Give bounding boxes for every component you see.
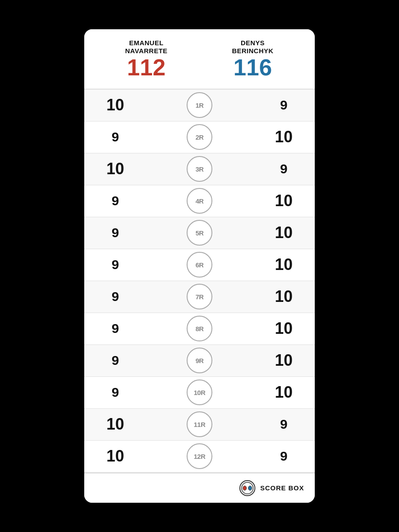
scorebox-brand-label: SCORE BOX: [260, 484, 304, 492]
fighter1-name: EMANUEL NAVARRETE: [93, 39, 200, 55]
left-score: 9: [102, 257, 129, 272]
round-row: 96R10: [84, 249, 315, 281]
right-score: 10: [270, 192, 297, 210]
round-badge: 8R: [187, 316, 212, 341]
left-score: 10: [102, 415, 129, 434]
left-score: 9: [102, 353, 129, 368]
round-row: 103R9: [84, 153, 315, 185]
round-row: 92R10: [84, 121, 315, 153]
round-row: 910R10: [84, 377, 315, 409]
round-row: 94R10: [84, 185, 315, 217]
round-row: 1011R9: [84, 409, 315, 441]
svg-point-3: [248, 486, 252, 490]
footer: SCORE BOX: [84, 473, 315, 503]
left-score: 9: [102, 129, 129, 145]
round-row: 98R10: [84, 313, 315, 345]
round-row: 101R9: [84, 90, 315, 121]
right-score: 9: [270, 161, 297, 176]
fighter1-total-score: 112: [93, 55, 200, 80]
round-badge: 5R: [187, 220, 212, 246]
round-row: 97R10: [84, 281, 315, 313]
right-score: 10: [270, 255, 297, 274]
round-badge: 4R: [187, 188, 212, 214]
right-score: 9: [270, 417, 297, 432]
round-badge: 12R: [187, 443, 212, 469]
round-row: 95R10: [84, 217, 315, 249]
round-badge: 2R: [187, 124, 212, 150]
scorecard: EMANUEL NAVARRETE 112 DENYS BERINCHYK 11…: [84, 29, 315, 502]
round-badge: 9R: [187, 348, 212, 373]
left-score: 9: [102, 385, 129, 400]
round-badge: 10R: [187, 379, 212, 405]
left-score: 9: [102, 225, 129, 240]
svg-point-2: [243, 486, 246, 490]
fighter1: EMANUEL NAVARRETE 112: [93, 39, 200, 80]
rounds-table: 101R992R10103R994R1095R1096R1097R1098R10…: [84, 90, 315, 473]
left-score: 9: [102, 289, 129, 304]
left-score: 10: [102, 447, 129, 466]
fighter2-name: DENYS BERINCHYK: [200, 39, 306, 55]
round-badge: 1R: [187, 92, 212, 118]
round-badge: 11R: [187, 411, 212, 437]
right-score: 10: [270, 128, 297, 146]
right-score: 10: [270, 351, 297, 370]
left-score: 10: [102, 96, 129, 114]
round-badge: 6R: [187, 252, 212, 278]
scorebox-logo-icon: [239, 480, 256, 497]
round-badge: 7R: [187, 284, 212, 309]
left-score: 9: [102, 321, 129, 336]
fighter2-total-score: 116: [200, 55, 306, 80]
right-score: 10: [270, 223, 297, 242]
right-score: 10: [270, 383, 297, 402]
right-score: 9: [270, 449, 297, 464]
svg-point-0: [240, 481, 255, 496]
left-score: 10: [102, 160, 129, 178]
right-score: 10: [270, 319, 297, 338]
right-score: 9: [270, 98, 297, 113]
round-badge: 3R: [187, 156, 212, 182]
left-score: 9: [102, 193, 129, 208]
header: EMANUEL NAVARRETE 112 DENYS BERINCHYK 11…: [84, 29, 315, 89]
right-score: 10: [270, 287, 297, 306]
round-row: 1012R9: [84, 441, 315, 473]
round-row: 99R10: [84, 345, 315, 377]
fighter2: DENYS BERINCHYK 116: [200, 39, 306, 80]
